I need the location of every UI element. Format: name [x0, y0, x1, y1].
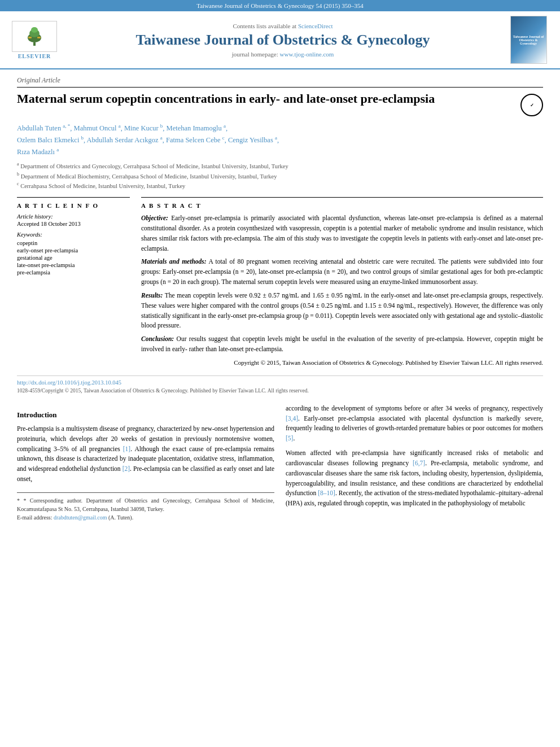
intro-para-3: Women affected with pre-eclampsia have s…: [286, 448, 543, 509]
article-title-row: Maternal serum copeptin concentrations i…: [17, 91, 543, 116]
article-title: Maternal serum copeptin concentrations i…: [17, 91, 520, 107]
intro-para-1: Pre-eclampsia is a multisystem disease o…: [17, 424, 274, 484]
email-link[interactable]: drabdtuten@gmail.com: [54, 514, 107, 521]
ref-6-7[interactable]: [6,7]: [413, 460, 425, 466]
journal-title: Taiwanese Journal of Obstetrics & Gyneco…: [65, 32, 500, 49]
ref-1[interactable]: [1]: [123, 445, 130, 452]
methods-label: Materials and methods:: [141, 258, 207, 265]
abstract-col: A B S T R A C T Objective: Early-onset p…: [141, 197, 543, 368]
corresponding-note: * * Corresponding author. Department of …: [17, 496, 274, 513]
doi-link[interactable]: http://dx.doi.org/10.1016/j.tjog.2013.10…: [17, 379, 121, 386]
affiliation-a: a Department of Obstetrics and Gynecolog…: [17, 161, 543, 171]
article-info-title: A R T I C L E I N F O: [17, 202, 130, 209]
abstract-objective: Objective: Early-onset pre-eclampsia is …: [141, 213, 543, 254]
body-content: Introduction Pre-eclampsia is a multisys…: [17, 404, 543, 522]
journal-cover-area: Taiwanese Journal of Obstetrics & Gyneco…: [506, 16, 551, 64]
abstract-title: A B S T R A C T: [141, 202, 543, 209]
affiliation-a-text: Department of Obstetrics and Gynecology,…: [20, 163, 288, 169]
cover-text: Taiwanese Journal of Obstetrics & Gyneco…: [513, 35, 544, 45]
body-left-col: Introduction Pre-eclampsia is a multisys…: [17, 404, 274, 522]
affiliations: a Department of Obstetrics and Gynecolog…: [17, 161, 543, 190]
elsevier-text: ELSEVIER: [18, 53, 51, 59]
abstract-conclusion: Conclusion: Our results suggest that cop…: [141, 334, 543, 355]
abstract-text: Objective: Early-onset pre-eclampsia is …: [141, 213, 543, 368]
keywords-label: Keywords:: [17, 231, 130, 238]
journal-header-center: Contents lists available at ScienceDirec…: [65, 23, 500, 58]
affiliation-c-text: Cerrahpasa School of Medicine, Istanbul …: [20, 182, 185, 189]
email-suffix: (A. Tuten).: [108, 514, 133, 521]
sciencedirect-line: Contents lists available at ScienceDirec…: [65, 23, 500, 29]
results-text: The mean copeptin levels were 0.92 ± 0.5…: [141, 292, 543, 329]
kw-2: early-onset pre-eclampsia: [17, 247, 130, 254]
objective-text: Early-onset pre-eclampsia is primarily a…: [141, 215, 543, 251]
kw-1: copeptin: [17, 240, 130, 246]
email-label: E-mail address:: [17, 514, 52, 521]
main-content: Original Article Maternal serum copeptin…: [0, 69, 560, 528]
kw-3: gestational age: [17, 255, 130, 261]
footnote-section: * * Corresponding author. Department of …: [17, 492, 274, 522]
conclusion-text: Our results suggest that copeptin levels…: [141, 335, 543, 352]
journal-header: ELSEVIER Contents lists available at Sci…: [0, 11, 560, 69]
top-bar: Taiwanese Journal of Obstetrics & Gyneco…: [0, 0, 560, 11]
history-label: Article history:: [17, 213, 130, 220]
doi-line: http://dx.doi.org/10.1016/j.tjog.2013.10…: [17, 375, 543, 386]
svg-rect-0: [33, 42, 36, 46]
svg-point-3: [31, 27, 38, 33]
affiliation-b: b Department of Medical Biochemistry, Ce…: [17, 171, 543, 181]
corresponding-text: * Corresponding author. Department of Ob…: [17, 497, 274, 512]
elsevier-tree-icon: [20, 27, 49, 46]
introduction-heading: Introduction: [17, 409, 274, 421]
results-label: Results:: [141, 292, 163, 299]
journal-reference: Taiwanese Journal of Obstetrics & Gyneco…: [196, 2, 364, 9]
article-info-col: A R T I C L E I N F O Article history: A…: [17, 197, 130, 368]
body-right-col: according to the development of symptoms…: [286, 404, 543, 522]
kw-5: pre-eclampsia: [17, 269, 130, 276]
ref-8-10[interactable]: [8–10]: [318, 490, 335, 496]
svg-rect-5: [37, 37, 41, 38]
journal-homepage: journal homepage: www.tjog-online.com: [65, 51, 500, 58]
authors-line: Abdullah Tuten a, *, Mahmut Oncul a, Min…: [17, 122, 543, 158]
ref-2[interactable]: [2]: [123, 465, 130, 472]
conclusion-label: Conclusion:: [141, 335, 174, 342]
abstract-methods: Materials and methods: A total of 80 pre…: [141, 257, 543, 287]
article-type: Original Article: [17, 76, 543, 88]
ref-3-4[interactable]: [3,4]: [286, 415, 298, 422]
crossmark-badge[interactable]: ✓: [520, 94, 543, 116]
kw-4: late-onset pre-eclampsia: [17, 262, 130, 268]
affiliation-c: c Cerrahpasa School of Medicine, Istanbu…: [17, 181, 543, 190]
objective-label: Objective:: [141, 215, 168, 221]
contents-label: Contents lists available at: [233, 23, 296, 29]
sciencedirect-link[interactable]: ScienceDirect: [298, 23, 333, 29]
homepage-label: journal homepage:: [232, 51, 278, 58]
accepted-date: Accepted 18 October 2013: [17, 221, 130, 227]
affiliation-b-text: Department of Medical Biochemistry, Cerr…: [21, 173, 277, 179]
journal-cover-image: Taiwanese Journal of Obstetrics & Gyneco…: [510, 16, 547, 64]
homepage-url[interactable]: www.tjog-online.com: [280, 51, 334, 58]
ref-5[interactable]: [5]: [286, 435, 293, 442]
elsevier-logo: [12, 21, 57, 52]
crossmark-icon: ✓: [530, 103, 534, 108]
info-abstract-section: A R T I C L E I N F O Article history: A…: [17, 197, 543, 368]
abstract-copyright: Copyright © 2015, Taiwan Association of …: [141, 358, 543, 368]
publisher-logo-area: ELSEVIER: [9, 21, 60, 59]
intro-para-2: according to the development of symptoms…: [286, 404, 543, 444]
abstract-results: Results: The mean copeptin levels were 0…: [141, 291, 543, 331]
svg-rect-4: [28, 37, 32, 38]
issn-line: 1028-4559/Copyright © 2015, Taiwan Assoc…: [17, 388, 543, 398]
email-line: E-mail address: drabdtuten@gmail.com (A.…: [17, 513, 274, 522]
